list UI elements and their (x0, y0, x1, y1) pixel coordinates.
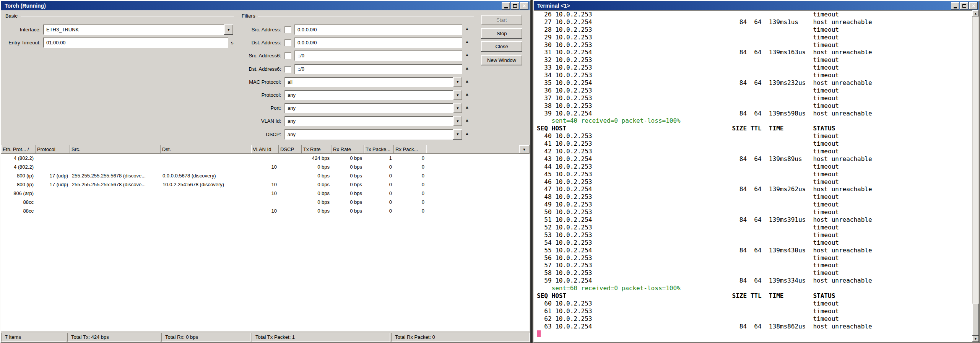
table-cell: 255.255.255.255:5678 (discove... (70, 180, 161, 189)
table-cell: 0 (394, 198, 426, 206)
column-header-2[interactable]: Src. (70, 145, 161, 154)
vlan-id-dropdown-button[interactable]: ▼ (453, 116, 462, 126)
filter-row-dscp: DSCP:any▼▲ (0, 129, 531, 140)
column-header-5[interactable]: DSCP (279, 145, 302, 154)
table-cell: 0.0.0.0:5678 (discovery) (161, 171, 251, 180)
table-cell (36, 189, 70, 198)
table-cell (251, 198, 279, 206)
table-cell: 88cc (1, 198, 36, 206)
dst-address-input[interactable]: 0.0.0.0/0 (294, 37, 462, 48)
column-header-4[interactable]: VLAN Id (251, 145, 279, 154)
src-address-input[interactable]: 0.0.0.0/0 (294, 24, 462, 35)
table-row-4[interactable]: 806 (arp)100 bps0 bps00 (1, 189, 530, 198)
table-cell (161, 163, 251, 171)
column-header-9[interactable]: Rx Pack... (394, 145, 426, 154)
vlan-id-collapse-arrow-icon[interactable]: ▲ (465, 118, 469, 122)
table-row-1[interactable]: 4 (802.2)100 bps0 bps00 (1, 163, 530, 171)
table-row-6[interactable]: 88cc100 bps0 bps00 (1, 206, 530, 215)
terminal-line: 50 10.0.2.253 timeout (537, 208, 972, 216)
terminal-line: 44 10.0.2.253 timeout (537, 163, 972, 171)
table-cell (161, 198, 251, 206)
table-cell: 806 (arp) (1, 189, 36, 198)
table-cell (279, 206, 302, 215)
table-cell (36, 163, 70, 171)
mac-protocol-input[interactable]: all (284, 77, 453, 87)
dscp-dropdown-button[interactable]: ▼ (453, 129, 462, 140)
src-address-checkbox[interactable] (284, 26, 291, 33)
terminal-line: 46 10.0.2.253 timeout (537, 178, 972, 186)
chevron-down-icon: ▼ (456, 132, 460, 136)
scrollbar-thumb[interactable] (972, 304, 979, 336)
filters-section-label: Filters (242, 13, 255, 19)
terminal-line: 48 10.0.2.253 timeout (537, 193, 972, 201)
table-header: Eth. Prot... /ProtocolSrc.Dst.VLAN IdDSC… (1, 145, 530, 154)
terminal-body[interactable]: 26 10.0.2.253 timeout 27 10.0.2.254 84 6… (534, 10, 972, 342)
column-header-7[interactable]: Rx Rate (332, 145, 364, 154)
table-row-0[interactable]: 4 (802.2)424 bps0 bps10 (1, 154, 530, 163)
dst-address-collapse-arrow-icon[interactable]: ▲ (465, 39, 469, 44)
dscp-collapse-arrow-icon[interactable]: ▲ (465, 131, 469, 136)
table-cell: 10 (251, 206, 279, 215)
column-header-8[interactable]: Tx Packe... (364, 145, 394, 154)
terminal-cursor-line (537, 330, 972, 338)
terminal-line: 49 10.0.2.253 timeout (537, 201, 972, 208)
scroll-down-button[interactable]: ▼ (972, 336, 979, 342)
table-row-5[interactable]: 88cc0 bps0 bps00 (1, 198, 530, 206)
mac-protocol-dropdown-button[interactable]: ▼ (453, 77, 462, 87)
mac-protocol-collapse-arrow-icon[interactable]: ▲ (465, 79, 469, 83)
close-button[interactable]: × (520, 2, 528, 10)
protocol-collapse-arrow-icon[interactable]: ▲ (465, 92, 469, 96)
port-dropdown-button[interactable]: ▼ (453, 103, 462, 113)
table-row-2[interactable]: 800 (ip)17 (udp)255.255.255.255:5678 (di… (1, 171, 530, 180)
minimize-button[interactable] (951, 2, 959, 10)
dst-address6-collapse-arrow-icon[interactable]: ▲ (465, 66, 469, 70)
protocol-input[interactable]: any (284, 90, 453, 100)
table-cell: 424 bps (302, 154, 332, 163)
table-row-3[interactable]: 800 (ip)17 (udp)255.255.255.255:5678 (di… (1, 180, 530, 189)
terminal-scrollbar[interactable]: ▲ ▼ (972, 10, 979, 342)
vlan-id-input[interactable]: any (284, 116, 453, 126)
column-header-0[interactable]: Eth. Prot... / (1, 145, 36, 154)
terminal-line: 53 10.0.2.253 timeout (537, 231, 972, 239)
terminal-line: 63 10.0.2.254 84 64 138ms862us host unre… (537, 323, 972, 330)
dst-address6-input[interactable]: ::/0 (294, 64, 462, 74)
status-cell-item-count: 7 items (1, 333, 66, 342)
maximize-icon (513, 4, 517, 8)
terminal-line: 29 10.0.2.253 timeout (537, 34, 972, 41)
table-cell: 17 (udp) (36, 180, 70, 189)
status-cell-total-rx-packet: Total Rx Packet: 0 (391, 333, 530, 342)
maximize-button[interactable] (960, 2, 969, 10)
stop-button[interactable]: Stop (481, 28, 522, 39)
new-window-button[interactable]: New Window (481, 55, 522, 65)
src-address6-input[interactable]: ::/0 (294, 50, 462, 61)
close-button[interactable]: × (969, 2, 978, 10)
src-address-collapse-arrow-icon[interactable]: ▲ (465, 26, 469, 31)
table-cell: 255.255.255.255:5678 (discove... (70, 171, 161, 180)
chevron-down-icon: ▼ (456, 93, 460, 97)
src-address6-checkbox[interactable] (284, 52, 291, 59)
protocol-dropdown-button[interactable]: ▼ (453, 90, 462, 100)
column-header-1[interactable]: Protocol (36, 145, 70, 154)
table-cell: 0 (394, 189, 426, 198)
scrollbar-track[interactable] (972, 16, 979, 304)
dst-address6-checkbox[interactable] (284, 66, 291, 73)
close-button[interactable]: Close (481, 41, 522, 52)
table-cell: 0 (394, 206, 426, 215)
minimize-button[interactable] (502, 2, 510, 10)
column-header-6[interactable]: Tx Rate (302, 145, 332, 154)
dst-address-label: Dst. Address: (0, 37, 281, 48)
table-cell (279, 154, 302, 163)
terminal-titlebar[interactable]: Terminal <1> × (534, 1, 979, 10)
dst-address-checkbox[interactable] (284, 39, 291, 46)
dscp-input[interactable]: any (284, 129, 453, 140)
port-collapse-arrow-icon[interactable]: ▲ (465, 105, 469, 109)
scroll-up-button[interactable]: ▲ (972, 10, 979, 16)
minimize-icon (504, 7, 508, 8)
chevron-down-icon: ▼ (523, 148, 526, 151)
torch-titlebar[interactable]: Torch (Running) × (1, 1, 530, 10)
port-input[interactable]: any (284, 103, 453, 113)
column-header-3[interactable]: Dst. (161, 145, 251, 154)
column-select-button[interactable]: ▼ (519, 145, 529, 153)
maximize-button[interactable] (511, 2, 519, 10)
src-address6-collapse-arrow-icon[interactable]: ▲ (465, 52, 469, 57)
